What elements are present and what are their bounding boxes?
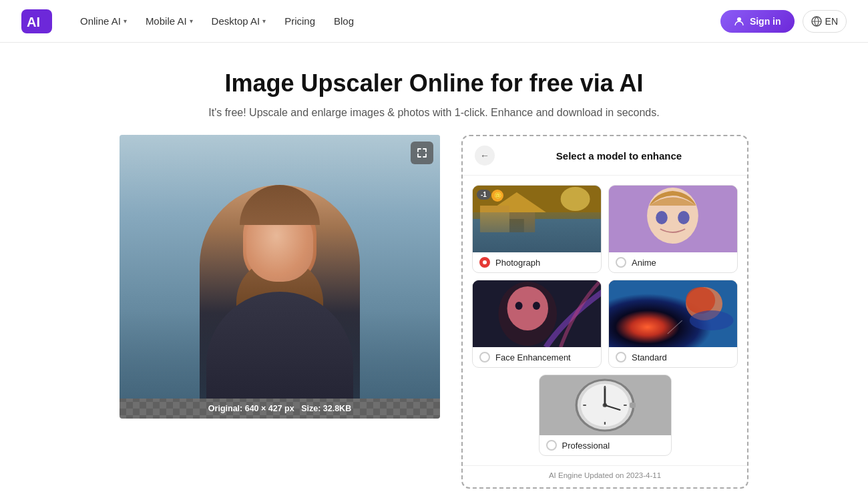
svg-point-23 — [690, 310, 734, 330]
logo-icon: AI — [21, 9, 52, 33]
svg-point-17 — [507, 286, 548, 330]
main-content: Original: 640 × 427 px Size: 32.8KB ← Se… — [0, 135, 868, 489]
model-card-face-enhancement[interactable]: Face Enhancement — [472, 280, 602, 368]
badge-coin: 🪙 — [491, 190, 503, 202]
language-button[interactable]: EN — [803, 10, 847, 33]
model-image-professional — [539, 375, 671, 435]
expand-button[interactable] — [411, 142, 433, 164]
nav-links: Online AI ▾ Mobile AI ▾ Desktop AI ▾ Pri… — [73, 11, 699, 31]
svg-point-13 — [656, 211, 668, 224]
back-button[interactable]: ← — [475, 146, 495, 166]
nav-item-pricing[interactable]: Pricing — [278, 11, 322, 31]
nav-item-online-ai[interactable]: Online AI ▾ — [73, 11, 134, 31]
image-size-text: Size: 32.8KB — [301, 404, 351, 413]
radio-anime[interactable] — [616, 257, 626, 268]
svg-point-18 — [515, 302, 523, 310]
svg-text:AI: AI — [27, 15, 40, 29]
model-grid: -1 🪙 Photograph — [463, 176, 747, 465]
model-image-photograph: -1 🪙 — [473, 186, 601, 252]
svg-point-22 — [686, 287, 715, 314]
anime-scene-icon — [609, 186, 737, 252]
svg-point-10 — [561, 187, 590, 211]
svg-rect-9 — [480, 206, 509, 232]
model-card-photograph[interactable]: -1 🪙 Photograph — [472, 185, 602, 273]
image-panel-inner: Original: 640 × 427 px Size: 32.8KB — [120, 135, 440, 419]
professional-scene-icon — [539, 375, 671, 435]
model-card-professional[interactable]: Professional — [539, 375, 672, 456]
hero-subtitle: It's free! Upscale and enlarge images & … — [13, 107, 855, 119]
standard-scene-icon — [609, 280, 737, 347]
svg-rect-35 — [630, 403, 636, 408]
svg-point-12 — [647, 188, 698, 244]
svg-point-14 — [678, 211, 690, 224]
model-label-photograph: Photograph — [473, 252, 601, 272]
chevron-down-icon: ▾ — [262, 17, 266, 25]
image-panel: Original: 640 × 427 px Size: 32.8KB — [120, 135, 440, 419]
radio-face-enhancement[interactable] — [479, 352, 490, 362]
model-selector-title: Select a model to enhance — [503, 150, 735, 162]
uploaded-image — [120, 135, 440, 399]
nav-item-mobile-ai[interactable]: Mobile AI ▾ — [139, 11, 200, 31]
radio-standard[interactable] — [616, 352, 626, 362]
nav-item-desktop-ai[interactable]: Desktop AI ▾ — [205, 11, 273, 31]
model-label-face-enhancement: Face Enhancement — [473, 347, 601, 367]
image-info-bar: Original: 640 × 427 px Size: 32.8KB — [120, 399, 440, 419]
face-scene-icon — [473, 280, 601, 347]
page-title: Image Upscaler Online for free via AI — [13, 69, 855, 97]
radio-professional[interactable] — [546, 440, 557, 451]
hero-section: Image Upscaler Online for free via AI It… — [0, 43, 868, 135]
model-card-anime[interactable]: Anime — [608, 185, 738, 273]
chevron-down-icon: ▾ — [124, 17, 127, 25]
model-image-standard — [609, 280, 737, 347]
globe-icon — [811, 16, 822, 27]
image-info-text: Original: 640 × 427 px — [208, 404, 294, 413]
model-label-anime: Anime — [609, 252, 737, 272]
svg-point-19 — [533, 302, 540, 310]
expand-icon — [417, 148, 427, 158]
nav-right: Sign in EN — [720, 10, 847, 33]
svg-rect-5 — [473, 219, 601, 252]
logo[interactable]: AI — [21, 9, 52, 33]
model-image-face-enhancement — [473, 280, 601, 347]
model-selector-panel: ← Select a model to enhance -1 🪙 — [461, 135, 748, 489]
svg-rect-8 — [509, 219, 524, 232]
nav-item-blog[interactable]: Blog — [327, 11, 361, 31]
navbar: AI Online AI ▾ Mobile AI ▾ Desktop AI ▾ … — [0, 0, 868, 43]
badge-minus1: -1 — [477, 190, 491, 200]
sign-in-button[interactable]: Sign in — [720, 10, 795, 33]
model-selector-header: ← Select a model to enhance — [463, 136, 747, 176]
radio-photograph[interactable] — [479, 257, 490, 268]
svg-point-2 — [737, 17, 741, 21]
model-card-standard[interactable]: Standard — [608, 280, 738, 368]
user-icon — [734, 16, 744, 27]
svg-rect-7 — [498, 212, 535, 232]
chevron-down-icon: ▾ — [190, 17, 193, 25]
model-label-professional: Professional — [539, 435, 671, 455]
model-image-anime — [609, 186, 737, 252]
model-label-standard: Standard — [609, 347, 737, 367]
model-selector-footer: AI Engine Updated on 2023-4-11 — [463, 465, 747, 487]
